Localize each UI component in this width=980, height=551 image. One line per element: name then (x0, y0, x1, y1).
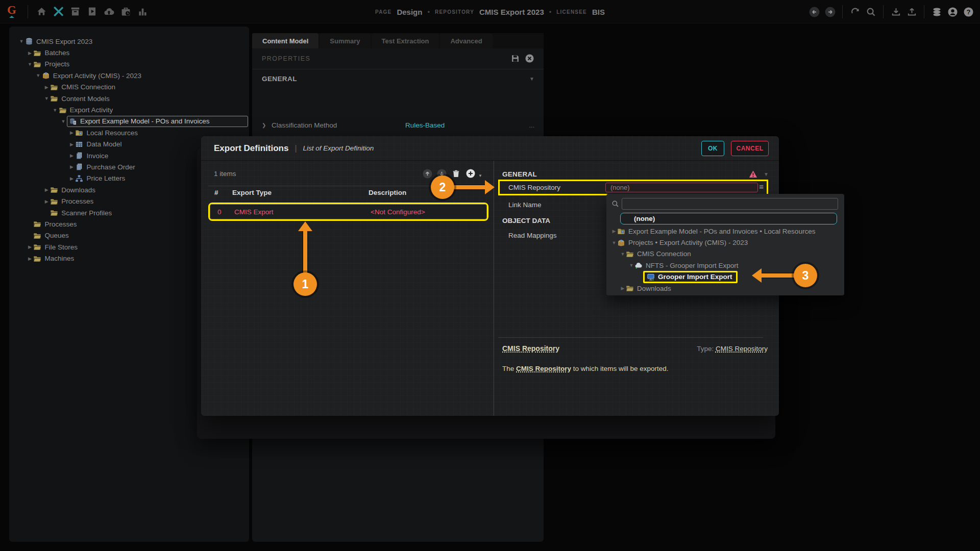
properties-bar: PROPERTIES (252, 48, 544, 69)
folder-icon (33, 49, 42, 57)
topbar-nav-icons (35, 6, 149, 18)
repository-value: CMIS Export 2023 (479, 8, 544, 16)
tree-item-export-activity-cmis-2023[interactable]: ▼Export Activity (CMIS) - 2023 (9, 70, 249, 81)
tab-test-extraction[interactable]: Test Extraction (372, 33, 439, 48)
cancel-button[interactable]: CANCEL (731, 141, 769, 156)
chevron-right-icon[interactable]: ▶ (611, 229, 617, 234)
add-icon[interactable] (465, 169, 475, 179)
annotation-arrow-1-shaft (303, 231, 307, 273)
help-type-link[interactable]: CMIS Repository (716, 345, 768, 353)
home-icon[interactable] (35, 6, 47, 18)
tree-item-label: File Stores (44, 243, 78, 251)
dropdown-item-export-example-model-pos-and-invoices-local-resources[interactable]: ▶Export Example Model - POs and Invoices… (606, 226, 844, 237)
help-property-title: CMIS Repository (502, 344, 559, 353)
tab-summary[interactable]: Summary (320, 33, 370, 48)
close-icon[interactable] (525, 54, 534, 63)
cloud-upload-icon[interactable] (103, 6, 115, 18)
chevron-down-icon[interactable]: ▼ (43, 96, 50, 101)
tree-item-cmis-export-2023[interactable]: ▼CMIS Export 2023 (9, 36, 249, 47)
folder-cube-icon (617, 227, 626, 235)
dropdown-item-cmis-connection[interactable]: ▼CMIS Connection (606, 248, 844, 260)
save-icon[interactable] (511, 54, 520, 63)
chevron-down-icon[interactable]: ▼ (52, 108, 59, 113)
chevron-down-icon[interactable]: ▼ (628, 263, 634, 268)
tab-content-model[interactable]: Content Model (252, 33, 318, 48)
dropdown-item-projects-export-activity-cmis-2023[interactable]: ▼Projects • Export Activity (CMIS) - 202… (606, 237, 844, 248)
download-icon[interactable] (890, 6, 901, 17)
annotation-arrow-2-head (485, 180, 495, 194)
ellipsis-button[interactable]: ... (529, 121, 534, 129)
add-menu-caret-icon[interactable]: ▼ (478, 173, 482, 178)
tree-item-batches[interactable]: ▶Batches (9, 47, 249, 58)
delete-icon[interactable] (451, 169, 461, 179)
property-value[interactable]: Rules-Based (405, 121, 529, 129)
refresh-icon[interactable] (849, 6, 861, 17)
chevron-right-icon[interactable]: ▶ (43, 187, 50, 192)
folder-icon (33, 220, 42, 228)
chevron-right-icon[interactable]: ▶ (43, 85, 50, 90)
cmis-repository-input[interactable]: (none) (605, 183, 758, 192)
design-tools-icon[interactable] (52, 6, 64, 18)
chevron-right-icon[interactable]: ▶ (43, 199, 50, 204)
batches-icon[interactable] (69, 6, 81, 18)
folder-icon (626, 284, 634, 292)
chevron-right-icon[interactable]: ▶ (26, 244, 33, 249)
dialog-header: Export Definitions | List of Export Defi… (201, 136, 779, 161)
connections-icon[interactable] (931, 6, 942, 17)
tree-item-export-example-model-pos-and-invoices[interactable]: ▼Export Example Model - POs and Invoices (9, 116, 249, 127)
dropdown-item-label: CMIS Connection (637, 250, 691, 258)
top-bar: G PAGE Design • REPOSITORY CMIS Export 2… (0, 0, 980, 23)
stats-icon[interactable] (136, 6, 149, 18)
tree-item-label: Processes (61, 197, 93, 205)
repository-menu-icon[interactable]: ≡ (759, 182, 764, 191)
tree-item-cmis-connection[interactable]: ▶CMIS Connection (9, 82, 249, 93)
search-icon (611, 200, 620, 208)
chevron-down-icon[interactable]: ▼ (35, 73, 42, 78)
tree-item-content-models[interactable]: ▼Content Models (9, 93, 249, 104)
chevron-down-icon[interactable]: ▼ (26, 62, 33, 67)
help-body-link[interactable]: CMIS Repository (516, 365, 571, 372)
selected-node-outline: Export Example Model - POs and Invoices (67, 116, 248, 127)
ok-button[interactable]: OK (701, 141, 724, 156)
chevron-right-icon[interactable]: ▶ (26, 51, 33, 56)
chevron-down-icon[interactable]: ▼ (18, 39, 25, 44)
dropdown-item-label: NFTS - Grooper Import Export (646, 262, 739, 269)
general-section-header[interactable]: GENERAL ▼ (502, 168, 769, 180)
chevron-right-icon[interactable]: ▶ (68, 164, 75, 169)
move-up-icon[interactable] (423, 169, 432, 179)
chevron-right-icon[interactable]: ▶ (26, 256, 33, 261)
export-definition-row[interactable]: 0CMIS Export<Not Configured> (208, 203, 488, 221)
folder-icon (50, 83, 59, 91)
chevron-right-icon[interactable]: ▶ (68, 130, 75, 135)
expander-icon[interactable]: ❯ (262, 122, 272, 128)
chevron-right-icon[interactable]: ▶ (620, 286, 626, 291)
tab-advanced[interactable]: Advanced (440, 33, 492, 48)
topbar-right-icons: ? (808, 0, 974, 23)
chevron-down-icon[interactable]: ▼ (60, 119, 67, 124)
dropdown-search-input[interactable] (622, 198, 838, 210)
description-cell: <Not Configured> (371, 208, 425, 216)
chevron-down-icon[interactable]: ▼ (611, 240, 617, 245)
tree-item-projects[interactable]: ▼Projects (9, 59, 249, 70)
help-icon[interactable]: ? (963, 6, 974, 17)
jobs-icon[interactable] (119, 6, 132, 18)
property-row-classification-method[interactable]: ❯Classification MethodRules-Based... (252, 118, 544, 132)
tree-item-label: Data Model (86, 140, 121, 148)
dropdown-item-label: Projects • Export Activity (CMIS) - 2023 (628, 239, 748, 246)
object-data-section-header[interactable]: OBJECT DATA (502, 215, 550, 226)
upload-icon[interactable] (906, 6, 917, 17)
chevron-right-icon[interactable]: ▶ (68, 153, 75, 158)
folder-icon (33, 60, 42, 68)
back-icon[interactable] (808, 6, 820, 17)
chevron-right-icon[interactable]: ▶ (68, 176, 75, 181)
forward-icon[interactable] (824, 6, 836, 17)
chevron-down-icon[interactable]: ▼ (620, 252, 626, 257)
general-section-header[interactable]: GENERAL ▼ (262, 72, 534, 85)
batch-run-icon[interactable] (86, 6, 98, 18)
account-icon[interactable] (947, 6, 958, 17)
annotation-step-3: 3 (794, 264, 817, 287)
chevron-right-icon[interactable]: ▶ (68, 142, 75, 147)
none-option[interactable]: (none) (620, 213, 837, 224)
search-icon[interactable] (865, 6, 876, 17)
tree-item-export-activity[interactable]: ▼Export Activity (9, 104, 249, 115)
